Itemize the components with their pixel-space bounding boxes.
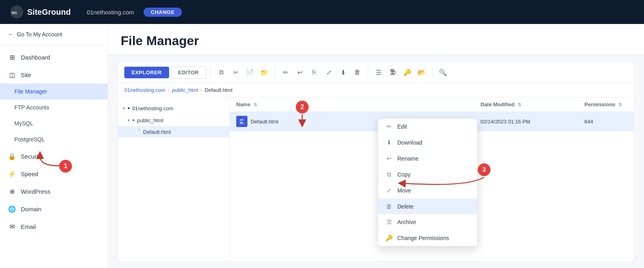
context-label-move: Move [397,187,411,194]
context-menu-change-permissions[interactable]: 🔑 Change Permissions [378,230,477,246]
col-perm-label: Permissions [584,101,615,107]
siteground-logo-icon: SG [10,5,24,19]
file-list-area: ▾ ▪ 01nethosting.com ▾ ▪ public_html 📄 D… [118,97,634,261]
tree-label-public-html: public_html [137,117,163,123]
col-header-date[interactable]: Date Modified ⇅ [474,97,578,112]
download-button[interactable]: ⬇ [337,66,349,79]
context-menu-archive[interactable]: ☰ Archive [378,214,477,230]
context-menu-copy[interactable]: ⧉ Copy [378,167,477,183]
context-label-edit: Edit [397,123,407,130]
go-to-account-label: Go To My Account [17,31,62,38]
breadcrumb-public-html[interactable]: public_html [172,87,198,93]
col-name-label: Name [236,101,250,107]
tree-toggle-public-html: ▾ [128,118,130,123]
back-arrow-icon: ← [8,31,14,38]
step-1-badge: 1 [59,160,72,173]
perm-sort-icon: ⇅ [618,102,622,107]
sidebar-item-dashboard[interactable]: ⊞ Dashboard [0,48,108,66]
context-label-archive: Archive [397,219,416,225]
sidebar-item-postgresql[interactable]: PostgreSQL [0,131,108,147]
col-header-name[interactable]: Name ⇅ [230,97,474,112]
sidebar-label-ftp: FTP Accounts [14,104,49,111]
lock-icon: 🔒 [8,152,16,160]
sidebar-item-site[interactable]: ◫ Site [0,66,108,83]
sidebar-item-wordpress[interactable]: ⊕ WordPress [0,183,108,200]
breadcrumb-sep-1: › [168,87,169,93]
tree-folder-public-html-icon: ▪ [132,117,135,124]
archive-button[interactable]: ☰ [372,66,385,79]
rename-button[interactable]: ↩ [293,66,306,79]
archive-icon: ☰ [385,218,393,226]
editor-tab[interactable]: EDITOR [171,66,207,79]
sidebar-label-speed: Speed [21,171,38,177]
sidebar-label-email: Email [21,223,36,230]
context-label-permissions: Change Permissions [397,235,449,241]
sidebar-item-email[interactable]: ✉ Email [0,218,108,235]
tree-folder-root-icon: ▪ [128,105,130,112]
sidebar-item-domain[interactable]: 🌐 Domain [0,200,108,218]
sidebar-item-file-manager[interactable]: File Manager [0,83,108,99]
compress-button[interactable]: 🗜 [387,66,399,79]
dashboard-icon: ⊞ [8,53,16,61]
tree-label-default-html: Default.html [143,129,171,135]
col-header-permissions[interactable]: Permissions ⇅ [578,97,634,112]
context-label-rename: Rename [397,155,419,162]
toolbar-divider-1 [210,67,211,78]
context-menu-delete[interactable]: 🗑 Delete [378,199,477,214]
cut-file-button[interactable]: ✂ [229,66,242,79]
search-button[interactable]: 🔍 [437,66,449,79]
context-menu-rename[interactable]: ↩ Rename [378,151,477,167]
move-icon: ⤢ [385,187,393,194]
download-icon: ⬇ [385,139,393,146]
tree-item-public-html[interactable]: ▾ ▪ public_html [118,114,229,126]
new-folder-button[interactable]: 📁 [258,66,271,79]
wordpress-icon: ⊕ [8,187,16,195]
sidebar-label-wordpress: WordPress [21,188,50,195]
copy-file-button[interactable]: ⧉ [215,66,227,79]
main-layout: ← Go To My Account ⊞ Dashboard ◫ Site Fi… [0,24,644,268]
page-title: File Manager [121,34,631,48]
sidebar-item-speed[interactable]: ⚡ Speed [0,165,108,183]
speed-icon: ⚡ [8,170,16,178]
go-to-account-link[interactable]: ← Go To My Account [0,24,108,45]
sidebar-label-security: Security [21,153,42,160]
context-menu-download[interactable]: ⬇ Download [378,135,477,151]
permissions-icon: 🔑 [385,234,393,242]
name-sort-icon: ⇅ [253,102,257,107]
new-file-button[interactable]: 📄 [243,66,256,79]
tree-toggle-root: ▾ [123,106,125,111]
file-permissions-cell: 644 [578,112,634,131]
move-button[interactable]: ⤢ [322,66,335,79]
context-menu-edit[interactable]: ✏ Edit [378,119,477,135]
file-date-cell: 02/14/2023 01:16 PM [474,112,578,131]
toolbar-divider-2 [275,67,275,78]
logo-text: SiteGround [27,8,71,17]
edit-icon: ✏ [385,123,393,130]
change-domain-button[interactable]: CHANGE [144,8,181,17]
sidebar-item-security[interactable]: 🔒 Security [0,147,108,165]
files-panel: Name ⇅ Date Modified ⇅ Permissions ⇅ [230,97,634,261]
content-area: File Manager EXPLORER EDITOR ⧉ ✂ 📄 📁 ✏ ↩… [108,24,644,268]
sidebar-label-site: Site [21,71,31,78]
tree-panel: ▾ ▪ 01nethosting.com ▾ ▪ public_html 📄 D… [118,97,230,261]
delete-button[interactable]: 🗑 [351,66,364,79]
permissions-button[interactable]: 🔑 [401,66,414,79]
toolbar: EXPLORER EDITOR ⧉ ✂ 📄 📁 ✏ ↩ ⎘ ⤢ ⬇ 🗑 ☰ 🗜 … [118,62,634,83]
logo-area: SG SiteGround [10,5,71,19]
html-file-icon: HTML [236,116,247,127]
edit-button[interactable]: ✏ [279,66,292,79]
delete-icon: 🗑 [385,203,393,210]
duplicate-button[interactable]: ⎘ [308,66,321,79]
sidebar-item-mysql[interactable]: MySQL [0,115,108,131]
file-manager-panel: EXPLORER EDITOR ⧉ ✂ 📄 📁 ✏ ↩ ⎘ ⤢ ⬇ 🗑 ☰ 🗜 … [118,62,634,262]
new-folder2-button[interactable]: 📂 [415,66,428,79]
file-name-label: Default.html [251,119,278,125]
tree-item-root[interactable]: ▾ ▪ 01nethosting.com [118,102,229,114]
sidebar-item-ftp-accounts[interactable]: FTP Accounts [0,99,108,115]
tree-item-default-html[interactable]: 📄 Default.html [118,126,229,137]
context-label-copy: Copy [397,171,411,178]
explorer-tab[interactable]: EXPLORER [124,67,169,78]
breadcrumb-root[interactable]: 01nethosting.com [124,87,165,93]
sidebar-label-domain: Domain [21,206,42,212]
context-menu-move[interactable]: ⤢ Move [378,183,477,199]
